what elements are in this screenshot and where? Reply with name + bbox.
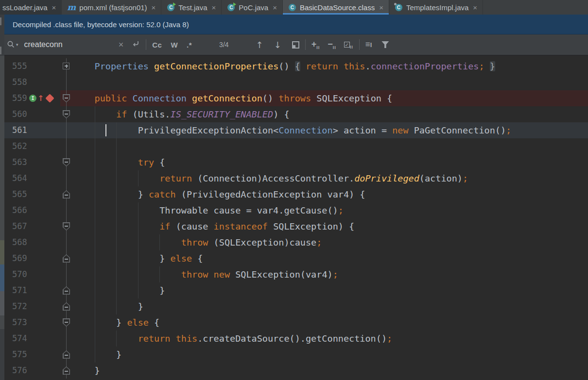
search-history-chevron-icon[interactable]: ▾: [16, 42, 18, 47]
select-all-occurrences-icon[interactable]: [292, 41, 299, 49]
tab-ssloader-java[interactable]: ssLoader.java×: [0, 0, 62, 15]
code-text[interactable]: Properties getConnectionProperties() { r…: [73, 58, 588, 74]
code-line-558[interactable]: 558: [0, 74, 588, 90]
code-line-563[interactable]: 563 try {: [0, 154, 588, 170]
code-text[interactable]: public Connection getConnection() throws…: [73, 90, 588, 106]
code-line-564[interactable]: 564 return (Connection)AccessController.…: [0, 170, 588, 186]
code-line-559[interactable]: 559I↑ public Connection getConnection() …: [0, 90, 588, 106]
clear-search-icon[interactable]: ×: [119, 40, 124, 50]
method-breakpoint-icon[interactable]: [46, 94, 54, 102]
code-line-567[interactable]: 567 if (cause instanceof SQLException) {: [0, 218, 588, 234]
collapse-fold-icon[interactable]: [63, 366, 70, 375]
line-body: try {: [60, 154, 588, 170]
code-text[interactable]: } catch (PrivilegedActionException var4)…: [73, 186, 588, 202]
decompiled-banner-text: Decompiled .class file, bytecode version…: [13, 20, 189, 29]
code-text[interactable]: } else {: [73, 250, 588, 266]
fold-gutter: [60, 266, 73, 282]
code-line-573[interactable]: 573 } else {: [0, 314, 588, 330]
code-text[interactable]: Throwable cause = var4.getCause();: [73, 202, 588, 218]
collapse-fold-icon[interactable]: [63, 190, 70, 198]
tab-poc-java[interactable]: CPoC.java×: [222, 0, 283, 15]
code-text[interactable]: throw (SQLException)cause;: [73, 234, 588, 250]
newline-icon[interactable]: [131, 39, 140, 50]
close-tab-icon[interactable]: ×: [473, 3, 477, 12]
gutter-icons: [27, 186, 60, 202]
code-line-561[interactable]: 561 PrivilegedExceptionAction<Connection…: [0, 122, 588, 138]
toolbar-divider: [305, 39, 306, 50]
fold-gutter: [60, 138, 73, 154]
filter-lines-icon[interactable]: ≡I: [365, 40, 372, 50]
code-line-570[interactable]: 570 throw new SQLException(var4);: [0, 266, 588, 282]
collapse-fold-icon[interactable]: [63, 286, 70, 295]
code-text[interactable]: [73, 74, 588, 90]
collapse-fold-icon[interactable]: [63, 158, 70, 166]
close-tab-icon[interactable]: ×: [379, 3, 383, 12]
tab-pom-xml-fastjson01-[interactable]: mpom.xml (fastjson01)×: [62, 0, 161, 15]
search-input[interactable]: createconn: [24, 40, 63, 49]
code-text[interactable]: }: [73, 363, 588, 379]
code-line-562[interactable]: 562: [0, 138, 588, 154]
collapse-fold-icon[interactable]: [63, 318, 70, 327]
code-text[interactable]: return this.createDataSource().getConnec…: [73, 330, 588, 347]
match-case-toggle[interactable]: Cc: [152, 41, 162, 49]
expand-fold-icon[interactable]: [63, 63, 69, 69]
collapse-fold-icon[interactable]: [63, 302, 70, 311]
code-line-566[interactable]: 566 Throwable cause = var4.getCause();: [0, 202, 588, 218]
code-editor[interactable]: 555 Properties getConnectionProperties()…: [0, 56, 588, 379]
fold-line: [66, 170, 67, 186]
regex-toggle[interactable]: .*: [187, 41, 192, 49]
gutter-icons: [27, 330, 60, 347]
collapse-fold-icon[interactable]: [63, 94, 70, 102]
collapse-fold-icon[interactable]: [63, 222, 70, 231]
code-text[interactable]: try {: [73, 154, 588, 170]
fold-gutter: [60, 347, 73, 363]
search-icon[interactable]: [7, 40, 16, 49]
add-occurrence-button[interactable]: +II: [311, 39, 320, 50]
remove-occurrence-button[interactable]: −II: [328, 39, 336, 50]
next-occurrence-button[interactable]: ↓: [274, 40, 281, 50]
filter-search-results-icon[interactable]: [381, 41, 389, 48]
tab-templatesimpl-java[interactable]: CTemplatesImpl.java×: [389, 0, 483, 15]
token: (cause: [171, 221, 214, 231]
java-class-icon: C: [227, 3, 235, 12]
code-line-575[interactable]: 575 }: [0, 347, 588, 363]
code-line-565[interactable]: 565 } catch (PrivilegedActionException v…: [0, 186, 588, 202]
code-line-572[interactable]: 572 }: [0, 298, 588, 314]
code-line-576[interactable]: 576 }: [0, 363, 588, 379]
select-all-occurrences-button[interactable]: ✓II: [344, 40, 353, 50]
tab-basicdatasource-class[interactable]: CBasicDataSource.class×: [283, 0, 389, 15]
code-line-568[interactable]: 568 throw (SQLException)cause;: [0, 234, 588, 250]
line-body: }: [60, 363, 588, 379]
code-text[interactable]: [73, 138, 588, 154]
token: (): [278, 61, 294, 71]
code-line-574[interactable]: 574 return this.createDataSource().getCo…: [0, 330, 588, 347]
collapse-fold-icon[interactable]: [63, 350, 70, 359]
token: ;: [506, 125, 511, 135]
code-text[interactable]: }: [73, 282, 588, 298]
close-tab-icon[interactable]: ×: [273, 3, 277, 12]
code-text[interactable]: throw new SQLException(var4);: [73, 266, 588, 282]
code-line-571[interactable]: 571 }: [0, 282, 588, 298]
token: SQLException {: [311, 93, 392, 103]
collapse-fold-icon[interactable]: [63, 110, 70, 118]
code-text[interactable]: } else {: [73, 314, 588, 330]
close-tab-icon[interactable]: ×: [152, 3, 156, 12]
code-text[interactable]: PrivilegedExceptionAction<Connection> ac…: [73, 122, 588, 138]
code-line-569[interactable]: 569 } else {: [0, 250, 588, 266]
tab-test-java[interactable]: CTest.java×: [161, 0, 222, 15]
token: return: [306, 61, 344, 71]
indent-guide: [116, 122, 117, 138]
code-text[interactable]: if (cause instanceof SQLException) {: [73, 218, 588, 234]
collapse-fold-icon[interactable]: [63, 254, 70, 263]
code-line-560[interactable]: 560 if (Utils.IS_SECURITY_ENABLED) {: [0, 106, 588, 122]
code-text[interactable]: if (Utils.IS_SECURITY_ENABLED) {: [73, 106, 588, 122]
close-tab-icon[interactable]: ×: [212, 3, 216, 12]
implements-method-icon[interactable]: I: [29, 95, 36, 102]
close-tab-icon[interactable]: ×: [52, 3, 56, 12]
code-text[interactable]: }: [73, 347, 588, 363]
previous-occurrence-button[interactable]: ↑: [256, 40, 263, 50]
code-text[interactable]: }: [73, 298, 588, 314]
code-text[interactable]: return (Connection)AccessController.doPr…: [73, 170, 588, 186]
code-line-555[interactable]: 555 Properties getConnectionProperties()…: [0, 58, 588, 74]
words-toggle[interactable]: W: [171, 41, 178, 49]
